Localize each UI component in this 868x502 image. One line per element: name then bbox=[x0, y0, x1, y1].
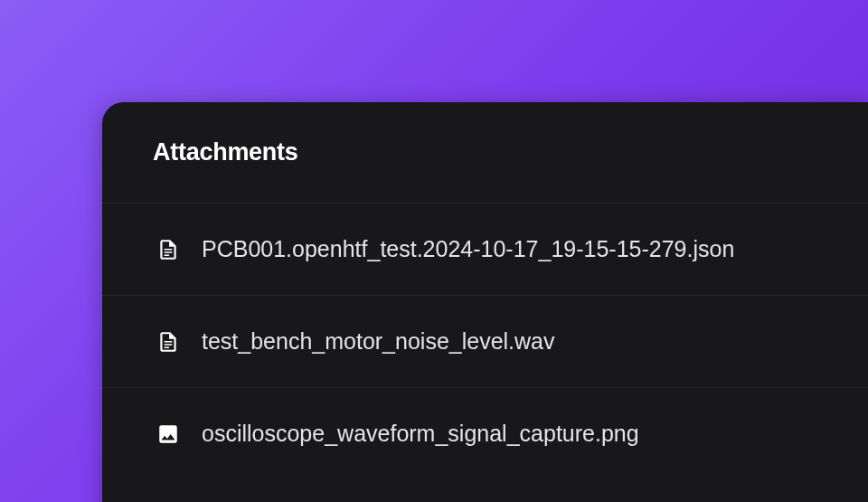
attachment-item[interactable]: test_bench_motor_noise_level.wav bbox=[102, 295, 868, 387]
panel-title: Attachments bbox=[153, 138, 825, 166]
attachment-name: test_bench_motor_noise_level.wav bbox=[202, 328, 555, 355]
attachment-item[interactable]: oscilloscope_waveform_signal_capture.png bbox=[102, 387, 868, 479]
image-icon bbox=[156, 422, 180, 446]
attachment-list: PCB001.openhtf_test.2024-10-17_19-15-15-… bbox=[102, 203, 868, 479]
attachments-panel: Attachments PCB001.openhtf_test.2024-10-… bbox=[102, 102, 868, 502]
attachment-name: oscilloscope_waveform_signal_capture.png bbox=[202, 421, 639, 447]
attachment-name: PCB001.openhtf_test.2024-10-17_19-15-15-… bbox=[202, 236, 734, 262]
attachment-item[interactable]: PCB001.openhtf_test.2024-10-17_19-15-15-… bbox=[102, 203, 868, 295]
panel-header: Attachments bbox=[102, 102, 868, 203]
file-icon bbox=[156, 238, 180, 261]
file-icon bbox=[156, 330, 180, 354]
